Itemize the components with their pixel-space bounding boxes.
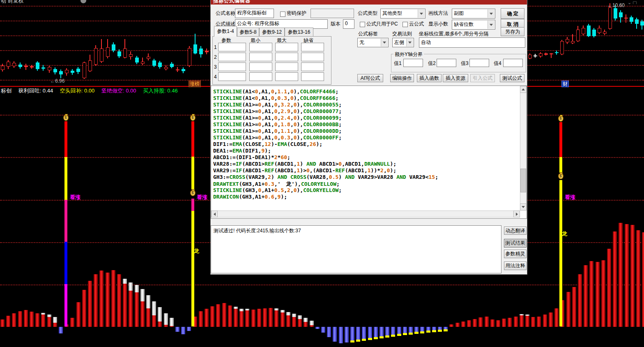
param-input[interactable] xyxy=(301,62,324,71)
tab-params-1-4[interactable]: 参数1-4 xyxy=(214,26,237,37)
coordinate-line-label: 坐标线位置,最多6个,用分号分隔 xyxy=(419,31,488,37)
histogram-bar-down xyxy=(345,327,349,342)
code-line[interactable]: STICKLINE(A1<0,A1,0,1.1,0),COLORFF4466; xyxy=(213,88,438,95)
pc-only-checkbox[interactable] xyxy=(360,22,365,27)
tab-params-9-12[interactable]: 参数9-12 xyxy=(259,28,285,37)
candlestick xyxy=(539,53,543,56)
histogram-bar-cap xyxy=(41,313,45,315)
histogram-bar-up xyxy=(566,292,570,327)
vscroll-thumb[interactable] xyxy=(520,169,526,192)
edit-operation-button[interactable]: 编辑操作 xyxy=(390,74,414,82)
dropdown-arrow-icon[interactable] xyxy=(406,39,413,46)
code-line[interactable]: STICKLINE(A1>=0,A1,0,0.3,0),COLOR0000FF; xyxy=(213,134,438,141)
param-input[interactable] xyxy=(218,43,246,51)
password-protect-checkbox[interactable] xyxy=(280,12,285,17)
dropdown-arrow-icon[interactable] xyxy=(488,9,494,18)
code-line[interactable]: DRAWTEXT(GH3,A1+0.3,' 龙'),COLORYELLOW; xyxy=(213,180,438,187)
histogram-bar-up xyxy=(613,231,617,327)
param-input[interactable] xyxy=(218,72,246,81)
candlestick xyxy=(88,60,92,71)
param-input[interactable] xyxy=(275,72,298,81)
param-input[interactable] xyxy=(275,62,298,71)
dropdown-arrow-icon[interactable] xyxy=(381,39,388,46)
code-line[interactable]: STICKLINE(A1>=0,A1,0,3.2,0),COLOR000055; xyxy=(213,102,438,108)
window-icon[interactable]: ▢ xyxy=(632,0,637,4)
test-result-button[interactable]: 测试结果 xyxy=(504,239,527,248)
param-input[interactable] xyxy=(249,72,272,81)
histogram-bar-down xyxy=(356,327,360,341)
dropdown-arrow-icon[interactable] xyxy=(488,21,494,29)
formula-tag-select[interactable]: 无 xyxy=(357,38,389,47)
code-line[interactable]: STICKLINE(A1>=0,A1,0,2.9,0),COLOR000077; xyxy=(213,108,438,115)
usage-notes-button[interactable]: 用法注释 xyxy=(504,261,527,270)
ai-write-formula-button[interactable]: AI写公式 xyxy=(357,74,383,82)
param-input[interactable] xyxy=(301,53,324,61)
param-input[interactable] xyxy=(301,43,324,51)
param-input[interactable] xyxy=(275,43,298,51)
histogram-bar-cap xyxy=(286,312,290,315)
param-input[interactable] xyxy=(218,62,246,71)
low-price-label: ←6.96 xyxy=(50,78,64,84)
param-input[interactable] xyxy=(301,72,324,81)
draw-method-select[interactable]: 副图 xyxy=(452,9,495,19)
formula-name-input[interactable]: 程序化指标创 xyxy=(235,9,274,18)
param-input[interactable] xyxy=(218,53,246,61)
param-input[interactable] xyxy=(249,62,272,71)
decimals-select[interactable]: 缺省位数 xyxy=(452,20,495,30)
rank-board-tag[interactable]: 涨榜 xyxy=(189,81,201,87)
formula-code-editor[interactable]: STICKLINE(A1<0,A1,0,1.1,0),COLORFF4466;S… xyxy=(211,86,527,219)
code-line[interactable]: STICKLINE(A1>=0,A1,0,1.1,0),COLOR0000DD; xyxy=(213,128,438,134)
insert-function-button[interactable]: 插入函数 xyxy=(417,74,442,82)
tab-params-13-16[interactable]: 参数13-16 xyxy=(285,28,313,37)
test-formula-button[interactable]: 测试公式 xyxy=(500,74,524,82)
insert-resource-button[interactable]: 插入资源 xyxy=(443,74,468,82)
password-input[interactable] xyxy=(310,9,354,18)
scroll-right-icon[interactable] xyxy=(513,211,520,217)
code-line[interactable]: GH3:=CROSS(VAR29,2) AND CROSS(VAR28,0.5)… xyxy=(213,174,438,180)
trade-rule-label: 交易法则 xyxy=(392,31,412,37)
tab-params-5-8[interactable]: 参数5-8 xyxy=(237,28,259,37)
code-line[interactable]: DIF1:=EMA(CLOSE,12)-EMA(CLOSE,26); xyxy=(213,141,438,148)
coordinate-line-input[interactable]: 自动 xyxy=(419,37,525,48)
scroll-up-icon[interactable] xyxy=(520,86,527,93)
code-line[interactable]: STICKLINE(GH3,0,A1+0.5,2,0),COLORYELLOW; xyxy=(213,187,438,194)
y-value1-input[interactable] xyxy=(403,59,423,67)
candlestick xyxy=(94,48,98,65)
dropdown-arrow-icon[interactable] xyxy=(418,9,425,18)
code-line[interactable]: ABCD1:=(DIF1-DEA1)*2*60; xyxy=(213,154,438,161)
dynamic-translate-button[interactable]: 动态翻译 xyxy=(504,227,527,235)
version-input[interactable]: 0 xyxy=(343,19,354,29)
histogram-bar-up xyxy=(228,305,232,327)
y-value2-input[interactable] xyxy=(437,59,456,67)
code-text[interactable]: STICKLINE(A1<0,A1,0,1.1,0),COLORFF4466;S… xyxy=(213,88,438,200)
histogram-bar-up xyxy=(210,306,214,327)
decimals-value: 缺省位数 xyxy=(454,21,474,28)
code-line[interactable]: VAR28:=IF(ABCD1>REF(ABCD1,1) AND ABCD1>0… xyxy=(213,161,438,167)
histogram-bar-up xyxy=(205,309,209,327)
code-line[interactable]: DRAWICON(GH3,A1+0.6,9); xyxy=(213,194,438,200)
param-input[interactable] xyxy=(275,53,298,61)
scroll-down-icon[interactable] xyxy=(520,204,527,211)
chevron-down-icon[interactable]: ⌄ xyxy=(628,0,631,4)
y-value4-input[interactable] xyxy=(503,59,523,67)
param-input[interactable] xyxy=(249,43,272,51)
histogram-bar-up xyxy=(490,319,494,327)
code-line[interactable]: VAR29:=IF(ABCD1-REF(ABCD1,1)>0,(ABCD1-RE… xyxy=(213,167,438,174)
code-line[interactable]: DEA1:=EMA(DIF1,9); xyxy=(213,148,438,154)
code-hscrollbar[interactable] xyxy=(211,211,520,217)
dialog-titlebar[interactable]: 指标公式编辑器 xyxy=(211,0,527,5)
code-line[interactable]: STICKLINE(A1>=0,A1,0,2.4,0),COLOR000099; xyxy=(213,115,438,121)
cloud-formula-checkbox[interactable] xyxy=(402,22,408,27)
formula-type-select[interactable]: 其他类型 xyxy=(380,9,426,19)
param-wizard-button[interactable]: 参数精灵 xyxy=(504,250,527,258)
param-input[interactable] xyxy=(249,53,272,61)
code-line[interactable]: STICKLINE(A1<0,A1,0,0.3,0),COLORFF6666; xyxy=(213,95,438,102)
scroll-left-icon[interactable] xyxy=(211,211,218,217)
save-as-button[interactable]: 另存为 xyxy=(501,27,524,36)
ok-button[interactable]: 确 定 xyxy=(501,8,524,19)
trade-rule-select[interactable]: 左侧 xyxy=(392,38,414,47)
histogram-bar-cap xyxy=(245,309,249,310)
code-line[interactable]: STICKLINE(A1>=0,A1,0,1.8,0),COLOR0000BB; xyxy=(213,121,438,128)
finance-tag[interactable]: 财 xyxy=(561,81,569,87)
y-value3-input[interactable] xyxy=(469,59,489,67)
